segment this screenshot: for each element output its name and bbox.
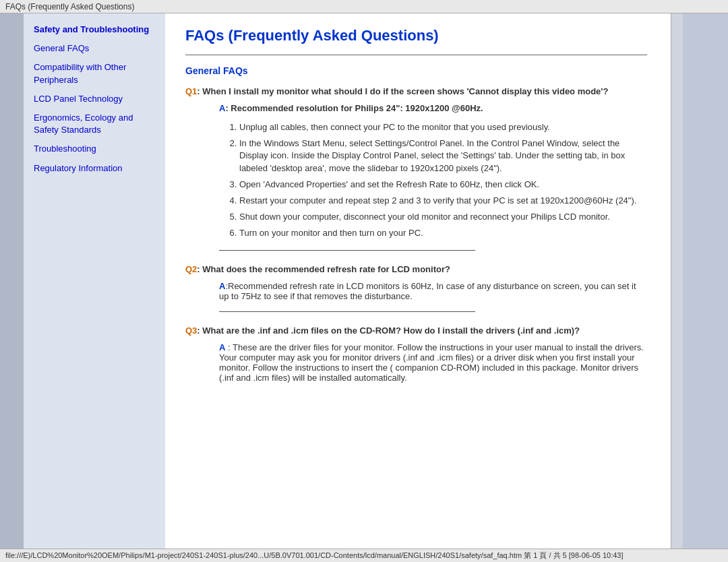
sidebar-item-ergonomics[interactable]: Ergonomics, Ecology and Safety Standards <box>34 112 158 136</box>
a2-text: :Recommended refresh rate in LCD monitor… <box>219 281 636 301</box>
step-3: Open 'Advanced Properties' and set the R… <box>239 179 647 191</box>
main-area: Safety and Troubleshooting General FAQs … <box>0 13 728 549</box>
step-2: In the Windows Start Menu, select Settin… <box>239 137 647 175</box>
status-bar: file:///E)/LCD%20Monitor%20OEM/Philips/M… <box>0 549 728 562</box>
right-chrome <box>671 13 728 549</box>
question-3: Q3: What are the .inf and .icm files on … <box>185 325 647 336</box>
q3-text: : What are the .inf and .icm files on th… <box>197 325 580 336</box>
a3-text: : These are the driver files for your mo… <box>219 342 644 383</box>
question-2: Q2: What does the recommended refresh ra… <box>185 264 647 274</box>
q2-text: : What does the recommended refresh rate… <box>197 264 450 274</box>
q1-label: Q1 <box>185 86 197 96</box>
a2-label: A <box>219 281 225 291</box>
title-bar: FAQs (Frequently Asked Questions) <box>0 0 728 13</box>
divider-1 <box>219 250 475 251</box>
sidebar-item-lcd-panel[interactable]: LCD Panel Technology <box>34 93 158 105</box>
status-text: file:///E)/LCD%20Monitor%20OEM/Philips/M… <box>5 551 624 561</box>
step-1: Unplug all cables, then connect your PC … <box>239 121 647 133</box>
question-1: Q1: When I install my monitor what shoul… <box>185 86 647 96</box>
question-2-block: Q2: What does the recommended refresh ra… <box>185 264 647 274</box>
divider-2 <box>219 311 475 312</box>
step-4: Restart your computer and repeat step 2 … <box>239 195 647 207</box>
title-bar-text: FAQs (Frequently Asked Questions) <box>5 2 134 11</box>
question-1-block: Q1: When I install my monitor what shoul… <box>185 86 647 96</box>
answer-1-steps: Unplug all cables, then connect your PC … <box>239 121 647 240</box>
page-title: FAQs (Frequently Asked Questions) <box>185 27 647 44</box>
scrollbar[interactable] <box>671 13 683 549</box>
answer-2: A:Recommended refresh rate in LCD monito… <box>219 281 647 301</box>
step-6: Turn on your monitor and then turn on yo… <box>239 227 647 239</box>
a1-heading-text: : Recommended resolution for Philips 24"… <box>225 103 483 113</box>
a3-label: A <box>219 342 225 352</box>
sidebar-item-troubleshooting[interactable]: Troubleshooting <box>34 143 158 155</box>
content-area: FAQs (Frequently Asked Questions) Genera… <box>165 13 671 549</box>
a1-label: A <box>219 103 225 113</box>
sidebar-item-general-faqs[interactable]: General FAQs <box>34 42 158 55</box>
question-3-block: Q3: What are the .inf and .icm files on … <box>185 325 647 336</box>
sidebar-item-compatibility[interactable]: Compatibility with Other Peripherals <box>34 61 158 86</box>
answer-3: A : These are the driver files for your … <box>219 342 647 383</box>
q2-label: Q2 <box>185 264 197 274</box>
sidebar-item-regulatory[interactable]: Regulatory Information <box>34 162 158 175</box>
sidebar: Safety and Troubleshooting General FAQs … <box>24 13 165 549</box>
q1-text: : When I install my monitor what should … <box>197 86 608 96</box>
q3-label: Q3 <box>185 325 197 336</box>
answer-1-heading: A: Recommended resolution for Philips 24… <box>219 103 647 113</box>
sidebar-item-safety[interactable]: Safety and Troubleshooting <box>34 24 158 36</box>
top-divider <box>185 55 647 55</box>
left-chrome <box>0 13 24 549</box>
step-5: Shut down your computer, disconnect your… <box>239 211 647 223</box>
section-heading: General FAQs <box>185 65 647 76</box>
